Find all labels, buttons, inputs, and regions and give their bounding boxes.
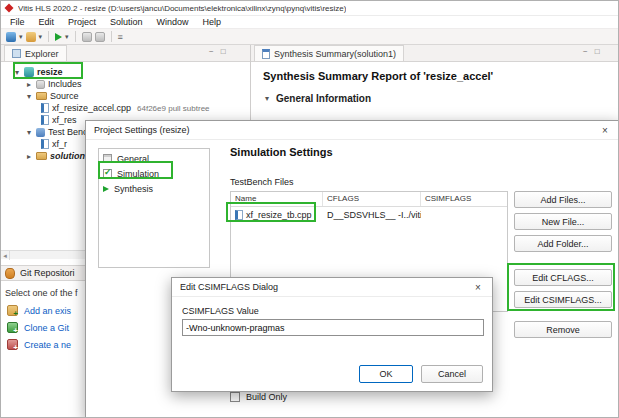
- git-link-label: Clone a Git: [24, 323, 69, 333]
- testbench-files-label: TestBench Files: [230, 177, 294, 187]
- editor-view-bar: Synthesis Summary(solution1) − □: [251, 45, 619, 62]
- explorer-view-bar: Explorer − □: [1, 45, 250, 62]
- menu-window[interactable]: Window: [150, 17, 196, 27]
- column-header-name[interactable]: Name: [231, 192, 323, 206]
- cancel-button[interactable]: Cancel: [421, 365, 483, 383]
- toolbar: ▾ ▾ ▾ ≡: [1, 29, 618, 45]
- add-repository-icon: [7, 305, 18, 316]
- synthesis-icon: [103, 186, 109, 192]
- edit-csimflags-button[interactable]: Edit CSIMFLAGS...: [514, 291, 612, 308]
- close-icon[interactable]: ×: [593, 122, 617, 139]
- includes-icon: [36, 80, 45, 89]
- settings-icon[interactable]: [95, 32, 105, 42]
- chevron-down-icon[interactable]: ▾: [19, 32, 23, 42]
- chevron-down-icon[interactable]: ▾: [39, 32, 43, 42]
- git-decoration: 64f26e9 pull subtree: [137, 104, 210, 113]
- minimize-view-icon[interactable]: −: [583, 47, 588, 56]
- build-only-checkbox[interactable]: [230, 392, 240, 402]
- git-link-label: Add an exis: [24, 306, 71, 316]
- source-folder-icon: [36, 92, 47, 100]
- menu-project[interactable]: Project: [61, 17, 103, 27]
- add-files-button[interactable]: Add Files...: [514, 191, 612, 208]
- menu-edit[interactable]: Edit: [32, 17, 62, 27]
- dialog-title-bar[interactable]: Edit CSIMFLAGS Dialog: [172, 278, 492, 297]
- chevron-down-icon[interactable]: ▾: [25, 92, 33, 101]
- chevron-down-icon[interactable]: ▾: [65, 32, 69, 42]
- git-prompt-text: Select one of the f: [5, 288, 83, 298]
- git-link-label: Create a ne: [24, 340, 71, 350]
- section-label: General Information: [276, 93, 371, 104]
- toolbar-separator: [75, 31, 76, 42]
- cpp-file-icon: [41, 139, 49, 149]
- table-row[interactable]: xf_resize_tb.cpp D__SDSVHLS__ -I../vitis: [231, 207, 507, 223]
- edit-cflags-button[interactable]: Edit CFLAGS...: [514, 269, 612, 286]
- cpp-file-icon: [235, 210, 243, 220]
- tree-item-label: Source: [50, 91, 79, 101]
- cpp-file-icon: [41, 103, 49, 113]
- general-settings-icon: [103, 154, 112, 163]
- general-information-section[interactable]: ▾ General Information: [263, 93, 371, 104]
- toolbar-separator: [48, 31, 49, 42]
- chevron-down-icon[interactable]: ▾: [263, 94, 271, 103]
- maximize-view-icon[interactable]: □: [595, 47, 600, 56]
- tree-item-xf-resize-accel[interactable]: xf_resize_accel.cpp 64f26e9 pull subtree: [1, 102, 249, 114]
- tree-item-resize[interactable]: ▾ resize: [1, 66, 249, 78]
- close-icon[interactable]: ×: [466, 279, 490, 296]
- synthesis-icon[interactable]: [82, 32, 92, 42]
- column-header-cflags[interactable]: CFLAGS: [323, 192, 421, 206]
- dialog-title-bar[interactable]: Project Settings (resize): [86, 121, 619, 140]
- remove-button[interactable]: Remove: [514, 321, 612, 338]
- settings-nav-list: General ✓ Simulation Synthesis: [98, 148, 210, 268]
- menu-file[interactable]: File: [3, 17, 32, 27]
- nav-item-simulation[interactable]: ✓ Simulation: [99, 166, 209, 181]
- view-bar-icons: − □: [583, 47, 600, 56]
- vitis-logo-icon: [4, 3, 13, 12]
- view-bar-icons: − □: [209, 47, 226, 56]
- nav-item-general[interactable]: General: [99, 151, 209, 166]
- build-only-label: Build Only: [246, 392, 287, 402]
- simulation-settings-heading: Simulation Settings: [230, 146, 333, 158]
- file-name: xf_resize_tb.cpp: [246, 210, 312, 220]
- vitis-hls-window: Vitis HLS 2020.2 - resize (D:\users\janc…: [0, 0, 619, 418]
- solution-folder-icon: [36, 152, 47, 160]
- tree-item-source[interactable]: ▾ Source: [1, 90, 249, 102]
- csimflags-input[interactable]: [182, 319, 484, 336]
- cell-name[interactable]: xf_resize_tb.cpp: [231, 207, 323, 223]
- chevron-down-icon[interactable]: ▾: [25, 128, 33, 137]
- tree-item-label: xf_res: [52, 115, 77, 125]
- chevron-down-icon[interactable]: ▾: [13, 68, 21, 77]
- maximize-view-icon[interactable]: □: [221, 47, 226, 56]
- menu-help[interactable]: Help: [196, 17, 229, 27]
- nav-label: Simulation: [117, 169, 159, 179]
- open-perspective-icon[interactable]: [26, 32, 36, 42]
- column-header-csimflags[interactable]: CSIMFLAGS: [421, 192, 507, 206]
- nav-item-synthesis[interactable]: Synthesis: [99, 181, 209, 196]
- run-simulation-icon[interactable]: [55, 33, 62, 41]
- view-menu-icon[interactable]: ≡: [118, 32, 123, 42]
- new-file-button[interactable]: New File...: [514, 213, 612, 230]
- add-folder-button[interactable]: Add Folder...: [514, 235, 612, 252]
- minimize-view-icon[interactable]: −: [209, 47, 214, 56]
- new-wizard-icon[interactable]: [6, 32, 16, 42]
- tab-label: Explorer: [25, 49, 59, 59]
- dialog-title: Project Settings (resize): [94, 125, 190, 135]
- tab-explorer[interactable]: Explorer: [4, 45, 67, 61]
- ok-button[interactable]: OK: [359, 365, 413, 383]
- table-header-row: Name CFLAGS CSIMFLAGS: [231, 192, 507, 207]
- tree-item-label: xf_r: [52, 139, 67, 149]
- clone-repository-icon: [7, 322, 18, 333]
- menu-bar: File Edit Project Solution Window Help: [1, 16, 618, 29]
- window-title: Vitis HLS 2020.2 - resize (D:\users\janc…: [18, 4, 346, 13]
- chevron-right-icon[interactable]: ▸: [25, 80, 33, 89]
- tab-synthesis-summary[interactable]: Synthesis Summary(solution1): [254, 45, 404, 61]
- tree-item-includes[interactable]: ▸ Includes: [1, 78, 249, 90]
- tree-item-label: Includes: [48, 79, 82, 89]
- chevron-right-icon[interactable]: ▸: [25, 152, 33, 161]
- cell-csimflags[interactable]: [421, 207, 507, 223]
- cflags-value: D__SDSVHLS__ -I../vitis: [327, 210, 421, 220]
- scroll-left-icon[interactable]: ◂: [1, 251, 10, 260]
- csimflags-value-label: CSIMFLAGS Value: [182, 306, 259, 316]
- git-repository-icon: [5, 268, 15, 279]
- cell-cflags[interactable]: D__SDSVHLS__ -I../vitis: [323, 207, 421, 223]
- menu-solution[interactable]: Solution: [103, 17, 150, 27]
